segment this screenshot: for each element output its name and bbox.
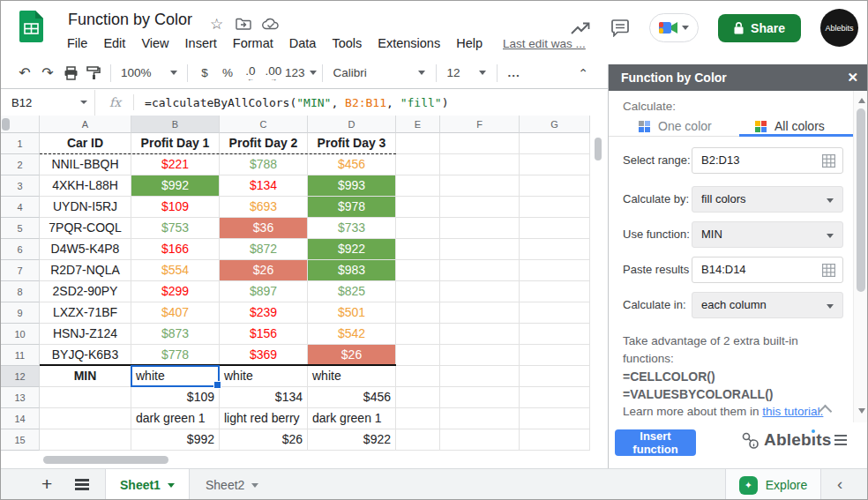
sheet-tab-sheet1[interactable]: Sheet1: [105, 469, 190, 500]
tab-one-color[interactable]: One color: [639, 119, 712, 133]
cell-G6[interactable]: [520, 239, 590, 260]
menu-insert[interactable]: Insert: [177, 34, 225, 53]
name-box[interactable]: B12: [1, 96, 94, 109]
select-range-icon[interactable]: [822, 264, 835, 277]
cell-G13[interactable]: [520, 387, 590, 408]
cell-F10[interactable]: [440, 324, 520, 345]
cell-G7[interactable]: [520, 260, 590, 281]
menu-help[interactable]: Help: [448, 34, 490, 53]
cell-F15[interactable]: [440, 429, 520, 451]
menu-extensions[interactable]: Extensions: [370, 34, 448, 53]
cell-D1[interactable]: Profit Day 3: [308, 133, 396, 154]
all-sheets-icon[interactable]: [75, 479, 89, 492]
row-header-6[interactable]: 6: [1, 239, 40, 260]
cell-G11[interactable]: [520, 345, 590, 366]
menu-tools[interactable]: Tools: [324, 34, 370, 53]
insert-function-button[interactable]: Insert function: [615, 429, 696, 456]
cell-G2[interactable]: [520, 154, 590, 175]
cell-C3[interactable]: $134: [220, 175, 308, 197]
cell-G10[interactable]: [520, 324, 590, 345]
cell-B3[interactable]: $992: [131, 175, 220, 197]
font-select[interactable]: Calibri: [328, 62, 430, 85]
cell-F11[interactable]: [440, 345, 520, 366]
cell-D8[interactable]: $825: [308, 281, 396, 302]
row-header-8[interactable]: 8: [1, 281, 40, 302]
cloud-status-icon[interactable]: [262, 18, 280, 30]
cell-A15[interactable]: [40, 429, 131, 451]
cell-A4[interactable]: UYDN-I5RJ: [40, 197, 131, 218]
cell-A3[interactable]: 4XKH-L88H: [40, 175, 131, 197]
cell-E8[interactable]: [396, 281, 440, 302]
cell-E10[interactable]: [396, 324, 440, 345]
cell-E12[interactable]: [396, 366, 440, 387]
vertical-scrollbar[interactable]: [595, 138, 602, 160]
cell-E3[interactable]: [396, 175, 440, 197]
cell-B5[interactable]: $753: [131, 218, 220, 239]
menu-icon[interactable]: [834, 435, 847, 448]
cell-B8[interactable]: $299: [131, 281, 220, 302]
row-header-11[interactable]: 11: [1, 345, 40, 366]
comment-icon[interactable]: [610, 19, 630, 37]
menu-view[interactable]: View: [133, 34, 176, 53]
cell-E9[interactable]: [396, 302, 440, 324]
cell-A1[interactable]: Car ID: [40, 133, 131, 154]
cell-F1[interactable]: [440, 133, 520, 154]
dropdown-select[interactable]: MIN: [692, 221, 843, 248]
cell-B6[interactable]: $166: [131, 239, 220, 260]
row-header-13[interactable]: 13: [1, 387, 40, 408]
cell-E2[interactable]: [396, 154, 440, 175]
dropdown-select[interactable]: fill colors: [692, 186, 843, 213]
cell-B9[interactable]: $407: [131, 302, 220, 324]
cell-D10[interactable]: $542: [308, 324, 396, 345]
account-avatar[interactable]: Ablebits: [820, 9, 858, 47]
zoom-select[interactable]: 100%: [116, 62, 182, 85]
cell-D15[interactable]: $922: [308, 429, 396, 451]
trend-icon[interactable]: [570, 20, 591, 36]
cell-A9[interactable]: LXZX-71BF: [40, 302, 131, 324]
cell-D12[interactable]: white: [308, 366, 396, 387]
cell-C8[interactable]: $897: [220, 281, 308, 302]
dropdown-select[interactable]: each column: [692, 292, 843, 318]
font-size-select[interactable]: 12: [442, 62, 491, 85]
cell-D11[interactable]: $26: [308, 345, 396, 366]
row-header-4[interactable]: 4: [1, 197, 40, 218]
row-header-12[interactable]: 12: [1, 366, 40, 387]
cell-E7[interactable]: [396, 260, 440, 281]
cell-A14[interactable]: [40, 408, 131, 429]
tab-all-colors[interactable]: All colors: [755, 119, 825, 133]
cell-D6[interactable]: $922: [308, 239, 396, 260]
cell-C10[interactable]: $156: [220, 324, 308, 345]
row-header-7[interactable]: 7: [1, 260, 40, 281]
column-header-B[interactable]: B: [131, 116, 220, 133]
cell-D13[interactable]: $456: [308, 387, 396, 408]
meet-button[interactable]: [649, 13, 699, 42]
cell-C1[interactable]: Profit Day 2: [220, 133, 308, 154]
cell-F5[interactable]: [440, 218, 520, 239]
cell-F2[interactable]: [440, 154, 520, 175]
column-header-C[interactable]: C: [220, 116, 308, 133]
cell-D9[interactable]: $501: [308, 302, 396, 324]
cell-C5[interactable]: $36: [220, 218, 308, 239]
fill-handle[interactable]: [213, 381, 221, 389]
cell-A11[interactable]: BYJQ-K6B3: [40, 345, 131, 366]
row-header-15[interactable]: 15: [1, 429, 40, 451]
more-options-button[interactable]: ...: [503, 62, 526, 85]
cell-C9[interactable]: $239: [220, 302, 308, 324]
document-title[interactable]: Function by Color: [68, 11, 192, 29]
panel-scrollbar-thumb[interactable]: [857, 108, 865, 292]
redo-icon[interactable]: ↷: [36, 62, 59, 85]
cell-D4[interactable]: $978: [308, 197, 396, 218]
explore-button[interactable]: ✦ Explore: [725, 469, 821, 500]
undo-icon[interactable]: ↶: [13, 62, 36, 85]
cell-E6[interactable]: [396, 239, 440, 260]
cell-C2[interactable]: $788: [220, 154, 308, 175]
move-folder-icon[interactable]: [236, 18, 251, 30]
tutorial-link[interactable]: this tutorial.: [762, 405, 823, 418]
column-header-E[interactable]: E: [396, 116, 440, 133]
cell-F12[interactable]: [440, 366, 520, 387]
cell-C4[interactable]: $693: [220, 197, 308, 218]
range-input[interactable]: B2:D13: [692, 147, 843, 174]
horizontal-scrollbar[interactable]: [43, 456, 168, 464]
collapse-panel-icon[interactable]: ‹: [837, 474, 842, 494]
cell-F13[interactable]: [440, 387, 520, 408]
